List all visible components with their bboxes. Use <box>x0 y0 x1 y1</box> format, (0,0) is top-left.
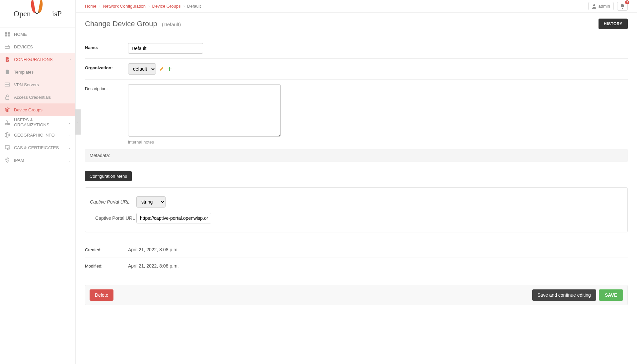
svg-point-14 <box>7 120 8 121</box>
history-button[interactable]: HISTORY <box>599 19 628 29</box>
metadata-header: Metadata: <box>85 149 628 162</box>
svg-marker-13 <box>5 108 9 110</box>
cp-url-type-label: Captive Portal URL <box>90 199 136 205</box>
organization-select[interactable]: default <box>128 63 156 75</box>
sidebar-item-vpn-servers[interactable]: VPN Servers <box>0 78 75 91</box>
sidebar-item-users-orgs[interactable]: USERS & ORGANIZATIONS ⌄ <box>0 116 75 129</box>
cp-url-input[interactable] <box>136 213 211 223</box>
page-subtitle: (Default) <box>162 22 181 27</box>
sidebar-item-label: VPN Servers <box>14 82 39 87</box>
user-menu-button[interactable]: admin <box>588 2 614 10</box>
add-icon[interactable] <box>167 67 172 71</box>
svg-rect-4 <box>5 34 7 36</box>
svg-point-9 <box>7 59 9 61</box>
chevron-down-icon: ⌄ <box>68 133 71 137</box>
modified-value: April 21, 2022, 8:08 p.m. <box>128 263 179 269</box>
name-label: Name: <box>85 43 128 50</box>
router-icon <box>5 44 10 49</box>
logo[interactable]: Open isP <box>0 0 75 28</box>
sidebar-item-label: CAS & CERTIFICATES <box>14 145 59 150</box>
sidebar-item-device-groups[interactable]: Device Groups <box>0 103 75 116</box>
organization-label: Organization: <box>85 63 128 70</box>
page-title: Change Device Group (Default) <box>85 20 181 28</box>
breadcrumb-home[interactable]: Home <box>85 4 97 9</box>
pin-icon <box>5 157 10 163</box>
logo-icon <box>32 6 45 22</box>
svg-rect-5 <box>8 34 10 36</box>
sidebar-item-label: Access Credentials <box>14 95 51 100</box>
document-icon <box>5 69 10 75</box>
svg-rect-2 <box>5 32 7 34</box>
dashboard-icon <box>5 31 10 37</box>
description-label: Description: <box>85 84 128 91</box>
created-value: April 21, 2022, 8:08 p.m. <box>128 247 179 252</box>
sidebar-item-cas-certs[interactable]: CAS & CERTIFICATES ⌄ <box>0 141 75 154</box>
sidebar-item-label: CONFIGURATIONS <box>14 57 53 62</box>
sidebar-item-label: GEOGRAPHIC INFO <box>14 133 55 138</box>
metadata-editor: Captive Portal URL string Captive Portal… <box>85 187 628 232</box>
org-tree-icon <box>5 120 10 125</box>
chevron-down-icon: ⌄ <box>68 158 71 162</box>
breadcrumb-network-config[interactable]: Network Configuration <box>103 4 146 9</box>
globe-icon <box>5 132 10 138</box>
sidebar-item-access-credentials[interactable]: Access Credentials <box>0 91 75 103</box>
sidebar-nav: HOME DEVICES CONFIGURATIONS › Templates <box>0 28 75 364</box>
sidebar-item-configurations[interactable]: CONFIGURATIONS › <box>0 53 75 66</box>
sidebar-item-label: IPAM <box>14 158 24 163</box>
description-textarea[interactable] <box>128 84 281 137</box>
cp-url-label: Captive Portal URL <box>90 215 136 221</box>
chevron-down-icon: ⌄ <box>68 121 71 124</box>
breadcrumb: Home › Network Configuration › Device Gr… <box>85 4 201 9</box>
modified-label: Modified: <box>85 264 128 269</box>
description-help: internal notes <box>128 140 628 145</box>
notifications-button[interactable]: 2 <box>617 2 628 11</box>
sidebar-item-devices[interactable]: DEVICES <box>0 40 75 53</box>
svg-rect-11 <box>5 85 10 86</box>
sidebar-item-label: USERS & ORGANIZATIONS <box>14 117 64 127</box>
lock-icon <box>5 94 10 100</box>
submit-row: Delete Save and continue editing SAVE <box>85 285 628 305</box>
layers-icon <box>5 107 10 112</box>
sidebar-item-label: Device Groups <box>14 107 42 112</box>
sidebar: Open isP HOME <box>0 0 76 364</box>
svg-point-27 <box>622 8 623 9</box>
save-button[interactable]: SAVE <box>599 289 623 301</box>
svg-point-17 <box>8 123 10 125</box>
bell-icon <box>620 4 625 9</box>
breadcrumb-current: Default <box>187 4 201 9</box>
notifications-badge: 2 <box>625 0 629 4</box>
topbar: Home › Network Configuration › Device Gr… <box>76 0 637 13</box>
sidebar-collapse-handle[interactable]: ‹ <box>75 109 81 135</box>
chevron-right-icon: › <box>70 58 71 61</box>
server-icon <box>5 82 10 87</box>
name-input[interactable] <box>128 43 203 54</box>
svg-rect-10 <box>5 83 10 84</box>
delete-button[interactable]: Delete <box>90 289 113 301</box>
user-label: admin <box>599 4 610 9</box>
sidebar-item-ipam[interactable]: IPAM ⌄ <box>0 154 75 166</box>
edit-icon[interactable] <box>159 67 164 71</box>
sidebar-item-label: DEVICES <box>14 44 33 49</box>
sidebar-item-label: Templates <box>14 70 34 75</box>
svg-rect-29 <box>168 69 172 69</box>
breadcrumb-device-groups[interactable]: Device Groups <box>152 4 181 9</box>
svg-rect-3 <box>8 32 10 34</box>
certificate-icon <box>5 145 10 150</box>
sidebar-item-home[interactable]: HOME <box>0 28 75 40</box>
user-icon <box>592 4 597 9</box>
sidebar-item-geo-info[interactable]: GEOGRAPHIC INFO ⌄ <box>0 129 75 141</box>
chevron-down-icon: ⌄ <box>68 146 71 150</box>
file-gear-icon <box>5 57 10 62</box>
cp-url-type-select[interactable]: string <box>136 196 166 208</box>
save-continue-button[interactable]: Save and continue editing <box>532 289 596 301</box>
svg-point-25 <box>7 159 8 160</box>
configuration-menu-button[interactable]: Configuration Menu <box>85 171 132 181</box>
created-label: Created: <box>85 247 128 252</box>
sidebar-item-templates[interactable]: Templates <box>0 66 75 78</box>
svg-point-15 <box>5 123 6 125</box>
svg-rect-12 <box>6 97 9 99</box>
sidebar-item-label: HOME <box>14 32 27 37</box>
svg-rect-6 <box>5 46 10 48</box>
svg-point-26 <box>593 4 595 6</box>
